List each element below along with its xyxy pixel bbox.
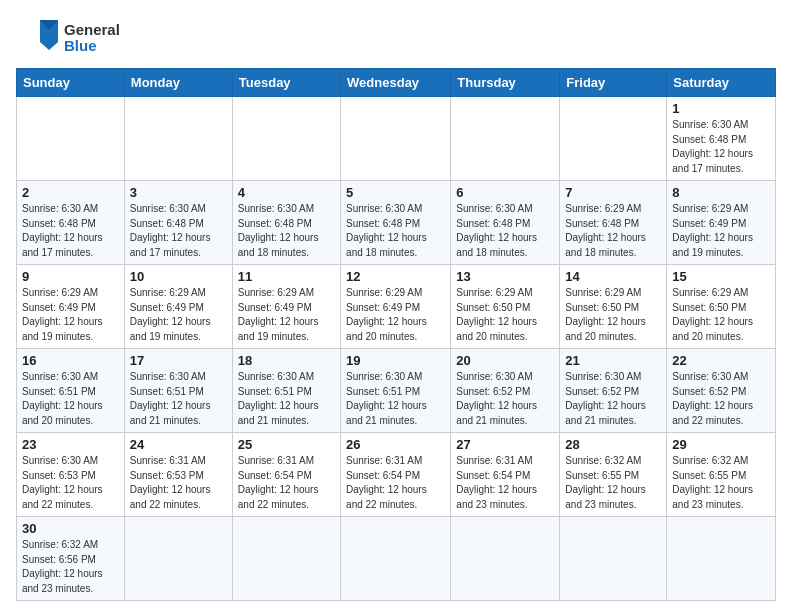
calendar-cell: 22Sunrise: 6:30 AM Sunset: 6:52 PM Dayli… bbox=[667, 349, 776, 433]
calendar-cell bbox=[451, 97, 560, 181]
day-number: 30 bbox=[22, 521, 119, 536]
day-number: 11 bbox=[238, 269, 335, 284]
day-number: 26 bbox=[346, 437, 445, 452]
calendar-cell: 7Sunrise: 6:29 AM Sunset: 6:48 PM Daylig… bbox=[560, 181, 667, 265]
day-info: Sunrise: 6:31 AM Sunset: 6:54 PM Dayligh… bbox=[346, 454, 445, 512]
day-number: 5 bbox=[346, 185, 445, 200]
day-number: 21 bbox=[565, 353, 661, 368]
column-header-sunday: Sunday bbox=[17, 69, 125, 97]
calendar-week-row: 9Sunrise: 6:29 AM Sunset: 6:49 PM Daylig… bbox=[17, 265, 776, 349]
calendar-cell: 4Sunrise: 6:30 AM Sunset: 6:48 PM Daylig… bbox=[232, 181, 340, 265]
column-header-thursday: Thursday bbox=[451, 69, 560, 97]
day-info: Sunrise: 6:32 AM Sunset: 6:56 PM Dayligh… bbox=[22, 538, 119, 596]
calendar-cell: 11Sunrise: 6:29 AM Sunset: 6:49 PM Dayli… bbox=[232, 265, 340, 349]
day-number: 15 bbox=[672, 269, 770, 284]
day-number: 23 bbox=[22, 437, 119, 452]
calendar-cell bbox=[232, 517, 340, 601]
day-number: 25 bbox=[238, 437, 335, 452]
day-number: 20 bbox=[456, 353, 554, 368]
logo-text-block: GeneralBlue bbox=[64, 22, 120, 55]
calendar-cell bbox=[124, 517, 232, 601]
day-info: Sunrise: 6:31 AM Sunset: 6:53 PM Dayligh… bbox=[130, 454, 227, 512]
day-info: Sunrise: 6:30 AM Sunset: 6:48 PM Dayligh… bbox=[22, 202, 119, 260]
day-number: 12 bbox=[346, 269, 445, 284]
logo-general-text: General bbox=[64, 22, 120, 39]
day-info: Sunrise: 6:30 AM Sunset: 6:48 PM Dayligh… bbox=[130, 202, 227, 260]
calendar-cell bbox=[560, 517, 667, 601]
day-number: 2 bbox=[22, 185, 119, 200]
day-info: Sunrise: 6:29 AM Sunset: 6:49 PM Dayligh… bbox=[672, 202, 770, 260]
calendar-cell bbox=[341, 517, 451, 601]
day-number: 7 bbox=[565, 185, 661, 200]
day-number: 28 bbox=[565, 437, 661, 452]
calendar-cell bbox=[124, 97, 232, 181]
day-number: 24 bbox=[130, 437, 227, 452]
day-info: Sunrise: 6:30 AM Sunset: 6:52 PM Dayligh… bbox=[672, 370, 770, 428]
day-number: 13 bbox=[456, 269, 554, 284]
column-header-saturday: Saturday bbox=[667, 69, 776, 97]
day-number: 16 bbox=[22, 353, 119, 368]
day-info: Sunrise: 6:30 AM Sunset: 6:51 PM Dayligh… bbox=[346, 370, 445, 428]
day-info: Sunrise: 6:30 AM Sunset: 6:48 PM Dayligh… bbox=[672, 118, 770, 176]
calendar-cell: 3Sunrise: 6:30 AM Sunset: 6:48 PM Daylig… bbox=[124, 181, 232, 265]
calendar-cell: 20Sunrise: 6:30 AM Sunset: 6:52 PM Dayli… bbox=[451, 349, 560, 433]
day-info: Sunrise: 6:29 AM Sunset: 6:50 PM Dayligh… bbox=[672, 286, 770, 344]
calendar-header-row: SundayMondayTuesdayWednesdayThursdayFrid… bbox=[17, 69, 776, 97]
day-number: 10 bbox=[130, 269, 227, 284]
calendar-cell bbox=[560, 97, 667, 181]
calendar-cell: 26Sunrise: 6:31 AM Sunset: 6:54 PM Dayli… bbox=[341, 433, 451, 517]
calendar-cell: 25Sunrise: 6:31 AM Sunset: 6:54 PM Dayli… bbox=[232, 433, 340, 517]
calendar-cell: 29Sunrise: 6:32 AM Sunset: 6:55 PM Dayli… bbox=[667, 433, 776, 517]
day-info: Sunrise: 6:31 AM Sunset: 6:54 PM Dayligh… bbox=[238, 454, 335, 512]
day-number: 1 bbox=[672, 101, 770, 116]
day-info: Sunrise: 6:32 AM Sunset: 6:55 PM Dayligh… bbox=[565, 454, 661, 512]
generalblue-logo-icon bbox=[16, 16, 60, 60]
day-info: Sunrise: 6:30 AM Sunset: 6:51 PM Dayligh… bbox=[238, 370, 335, 428]
day-info: Sunrise: 6:30 AM Sunset: 6:48 PM Dayligh… bbox=[456, 202, 554, 260]
calendar-week-row: 30Sunrise: 6:32 AM Sunset: 6:56 PM Dayli… bbox=[17, 517, 776, 601]
day-number: 29 bbox=[672, 437, 770, 452]
day-number: 18 bbox=[238, 353, 335, 368]
day-info: Sunrise: 6:30 AM Sunset: 6:51 PM Dayligh… bbox=[22, 370, 119, 428]
day-number: 17 bbox=[130, 353, 227, 368]
calendar-cell: 13Sunrise: 6:29 AM Sunset: 6:50 PM Dayli… bbox=[451, 265, 560, 349]
day-info: Sunrise: 6:29 AM Sunset: 6:49 PM Dayligh… bbox=[22, 286, 119, 344]
calendar-cell: 19Sunrise: 6:30 AM Sunset: 6:51 PM Dayli… bbox=[341, 349, 451, 433]
calendar-cell bbox=[232, 97, 340, 181]
calendar-table: SundayMondayTuesdayWednesdayThursdayFrid… bbox=[16, 68, 776, 601]
day-info: Sunrise: 6:30 AM Sunset: 6:48 PM Dayligh… bbox=[346, 202, 445, 260]
calendar-cell bbox=[451, 517, 560, 601]
calendar-cell: 17Sunrise: 6:30 AM Sunset: 6:51 PM Dayli… bbox=[124, 349, 232, 433]
day-number: 27 bbox=[456, 437, 554, 452]
calendar-cell bbox=[341, 97, 451, 181]
day-info: Sunrise: 6:30 AM Sunset: 6:53 PM Dayligh… bbox=[22, 454, 119, 512]
day-info: Sunrise: 6:29 AM Sunset: 6:48 PM Dayligh… bbox=[565, 202, 661, 260]
day-info: Sunrise: 6:29 AM Sunset: 6:49 PM Dayligh… bbox=[238, 286, 335, 344]
calendar-week-row: 1Sunrise: 6:30 AM Sunset: 6:48 PM Daylig… bbox=[17, 97, 776, 181]
calendar-cell: 2Sunrise: 6:30 AM Sunset: 6:48 PM Daylig… bbox=[17, 181, 125, 265]
calendar-cell: 5Sunrise: 6:30 AM Sunset: 6:48 PM Daylig… bbox=[341, 181, 451, 265]
day-number: 19 bbox=[346, 353, 445, 368]
logo: GeneralBlue bbox=[16, 16, 120, 60]
day-number: 8 bbox=[672, 185, 770, 200]
day-number: 4 bbox=[238, 185, 335, 200]
calendar-cell: 18Sunrise: 6:30 AM Sunset: 6:51 PM Dayli… bbox=[232, 349, 340, 433]
day-info: Sunrise: 6:30 AM Sunset: 6:51 PM Dayligh… bbox=[130, 370, 227, 428]
day-info: Sunrise: 6:29 AM Sunset: 6:50 PM Dayligh… bbox=[456, 286, 554, 344]
calendar-cell: 9Sunrise: 6:29 AM Sunset: 6:49 PM Daylig… bbox=[17, 265, 125, 349]
day-info: Sunrise: 6:29 AM Sunset: 6:49 PM Dayligh… bbox=[130, 286, 227, 344]
calendar-cell bbox=[667, 517, 776, 601]
day-info: Sunrise: 6:30 AM Sunset: 6:52 PM Dayligh… bbox=[565, 370, 661, 428]
calendar-cell: 8Sunrise: 6:29 AM Sunset: 6:49 PM Daylig… bbox=[667, 181, 776, 265]
calendar-week-row: 16Sunrise: 6:30 AM Sunset: 6:51 PM Dayli… bbox=[17, 349, 776, 433]
calendar-cell: 12Sunrise: 6:29 AM Sunset: 6:49 PM Dayli… bbox=[341, 265, 451, 349]
calendar-week-row: 2Sunrise: 6:30 AM Sunset: 6:48 PM Daylig… bbox=[17, 181, 776, 265]
day-info: Sunrise: 6:32 AM Sunset: 6:55 PM Dayligh… bbox=[672, 454, 770, 512]
calendar-cell: 21Sunrise: 6:30 AM Sunset: 6:52 PM Dayli… bbox=[560, 349, 667, 433]
calendar-week-row: 23Sunrise: 6:30 AM Sunset: 6:53 PM Dayli… bbox=[17, 433, 776, 517]
logo-blue-text: Blue bbox=[64, 38, 120, 55]
day-info: Sunrise: 6:30 AM Sunset: 6:48 PM Dayligh… bbox=[238, 202, 335, 260]
day-info: Sunrise: 6:29 AM Sunset: 6:50 PM Dayligh… bbox=[565, 286, 661, 344]
day-info: Sunrise: 6:29 AM Sunset: 6:49 PM Dayligh… bbox=[346, 286, 445, 344]
day-number: 9 bbox=[22, 269, 119, 284]
